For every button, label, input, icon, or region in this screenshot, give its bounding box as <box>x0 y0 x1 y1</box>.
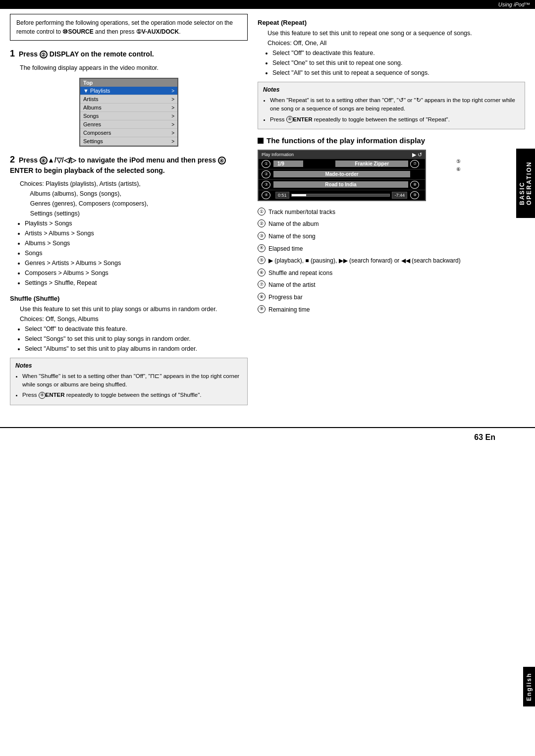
legend-circle-1: ① <box>258 208 266 216</box>
bullet-item: Composers > Albums > Songs <box>25 268 248 278</box>
play-row-song: ③ Road to India ⑧ <box>259 180 425 190</box>
black-square-icon <box>258 138 264 144</box>
song-display: Road to India <box>273 181 408 188</box>
album-display: Made-to-order <box>273 171 410 177</box>
notice-text: Before performing the following operatio… <box>16 19 233 35</box>
step2-choices: Choices: Playlists (playlists), Artists … <box>20 179 248 218</box>
legend-item-4: ④ Elapsed time <box>258 244 525 255</box>
repeat-bullet: Select "One" to set this unit to repeat … <box>272 58 525 68</box>
item-arrow: > <box>171 105 174 110</box>
english-label: English <box>526 672 533 701</box>
shuffle-notes: Notes When "Shuffle" is set to a setting… <box>10 358 248 405</box>
ipod-menu-item-artists: Artists > <box>80 95 177 104</box>
row-num-3: ③ <box>262 181 270 189</box>
bullet-item: Albums > Songs <box>25 238 248 248</box>
bullet-item: Settings > Shuffle, Repeat <box>25 278 248 288</box>
legend-text-3: Name of the song <box>268 231 316 242</box>
anno-6: ⑥ <box>456 166 461 172</box>
play-row-track: ① 1/9 Frankie Zipper ⑦ <box>259 159 425 169</box>
item-label: Composers <box>83 130 111 136</box>
play-info-heading: The functions of the play information di… <box>258 136 525 145</box>
step2-header: 2 Press ④▲/▽/◁/▷ to navigate the iPod me… <box>10 154 248 176</box>
repeat-bullets: Select "Off" to deactivate this feature.… <box>268 48 525 78</box>
item-arrow: > <box>171 122 174 127</box>
step1-header: 1 Press ② DISPLAY on the remote control. <box>10 48 248 60</box>
ipod-menu-item-composers: Composers > <box>80 129 177 137</box>
legend-list: ① Track number/total tracks ② Name of th… <box>258 207 525 315</box>
play-row-progress: ④ 0:51 -7:44 ⑨ <box>259 190 425 200</box>
progress-fill <box>292 194 307 196</box>
shuffle-notes-list: When "Shuffle" is set to a setting other… <box>22 372 242 400</box>
shuffle-bullet: Select "Songs" to set this unit to play … <box>25 334 248 344</box>
basic-operation-tab: BASICOPERATION <box>516 149 535 218</box>
ipod-menu-item-songs: Songs > <box>80 112 177 120</box>
repeat-body: Use this feature to set this unit to rep… <box>268 28 525 38</box>
top-bar: Using iPod™ <box>0 0 535 9</box>
item-arrow: > <box>171 139 174 144</box>
progress-bar <box>291 194 390 197</box>
legend-item-5: ⑤ ▶ (playback), ■ (pausing), ▶▶ (search … <box>258 256 525 267</box>
step2-section: 2 Press ④▲/▽/◁/▷ to navigate the iPod me… <box>10 154 248 288</box>
item-arrow: > <box>171 130 174 136</box>
legend-text-9: Remaining time <box>268 305 310 316</box>
shuffle-note-item: When "Shuffle" is set to a setting other… <box>22 372 242 389</box>
legend-text-1: Track number/total tracks <box>268 207 335 218</box>
play-info-display: Play Information ▶ ↺ ① 1/9 Frankie Zippe… <box>258 150 426 201</box>
remaining-display: -7:44 <box>392 192 407 199</box>
legend-circle-4: ④ <box>258 244 266 252</box>
artist-display: Frankie Zipper <box>335 161 408 167</box>
top-bar-label: Using iPod™ <box>498 1 530 7</box>
play-info-title: The functions of the play information di… <box>267 136 425 145</box>
legend-circle-6: ⑥ <box>258 269 266 276</box>
legend-text-8: Progress bar <box>268 292 303 303</box>
row-num-8: ⑧ <box>410 181 419 189</box>
legend-item-7: ⑦ Name of the artist <box>258 280 525 291</box>
item-label: Settings <box>83 138 103 144</box>
legend-item-9: ⑨ Remaining time <box>258 305 525 316</box>
notice-box: Before performing the following operatio… <box>10 14 248 41</box>
step2-text: Press ④▲/▽/◁/▷ to navigate the iPod menu… <box>10 156 226 174</box>
track-display: 1/9 <box>273 161 303 167</box>
step2-num: 2 <box>10 155 15 164</box>
repeat-bullet: Select "Off" to deactivate this feature. <box>272 48 525 58</box>
repeat-note-item: Press ④ENTER repeatedly to toggle betwee… <box>270 115 520 124</box>
item-arrow: > <box>171 88 174 94</box>
row-num-7: ⑦ <box>410 160 419 168</box>
repeat-bullet: Select "All" to set this unit to repeat … <box>272 68 525 78</box>
item-label: Albums <box>83 105 102 110</box>
row-num-1: ① <box>262 160 270 168</box>
step1-subtext: The following display appears in the vid… <box>20 63 248 73</box>
page-number: 63 En <box>0 427 535 447</box>
legend-circle-7: ⑦ <box>258 280 266 288</box>
item-label: Songs <box>83 113 99 119</box>
ipod-menu-display: Top ▼ Playlists > Artists > Albums > Son… <box>79 78 178 147</box>
play-row-album: ② Made-to-order <box>259 169 425 180</box>
item-arrow: > <box>171 97 174 102</box>
shuffle-title: Shuffle (Shuffle) <box>10 295 248 302</box>
legend-circle-9: ⑨ <box>258 305 266 313</box>
legend-text-7: Name of the artist <box>268 280 316 291</box>
legend-text-6: Shuffle and repeat icons <box>268 268 332 279</box>
repeat-note-item: When "Repeat" is set to a setting other … <box>270 96 520 113</box>
shuffle-notes-title: Notes <box>15 361 242 370</box>
legend-text-2: Name of the album <box>268 219 319 230</box>
play-info-label: Play Information <box>262 152 294 157</box>
english-tab: English <box>523 667 535 706</box>
shuffle-section: Shuffle (Shuffle) Use this feature to se… <box>10 295 248 405</box>
item-arrow: > <box>171 113 174 119</box>
legend-circle-5: ⑤ <box>258 256 266 264</box>
repeat-notes-list: When "Repeat" is set to a setting other … <box>270 96 520 124</box>
play-icons: ▶ ↺ <box>412 152 422 158</box>
right-column: Repeat (Repeat) Use this feature to set … <box>258 14 525 412</box>
step1-num: 1 <box>10 49 15 58</box>
legend-item-3: ③ Name of the song <box>258 231 525 242</box>
repeat-notes: Notes When "Repeat" is set to a setting … <box>258 82 525 129</box>
item-label: Genres <box>83 121 101 127</box>
legend-text-4: Elapsed time <box>268 244 303 255</box>
ipod-menu-item-settings: Settings > <box>80 137 177 146</box>
item-label: Artists <box>83 96 99 102</box>
repeat-choices: Choices: Off, One, All <box>268 38 525 48</box>
legend-item-1: ① Track number/total tracks <box>258 207 525 218</box>
play-info-container: Play Information ▶ ↺ ① 1/9 Frankie Zippe… <box>258 150 446 201</box>
item-label: ▼ Playlists <box>83 88 110 94</box>
